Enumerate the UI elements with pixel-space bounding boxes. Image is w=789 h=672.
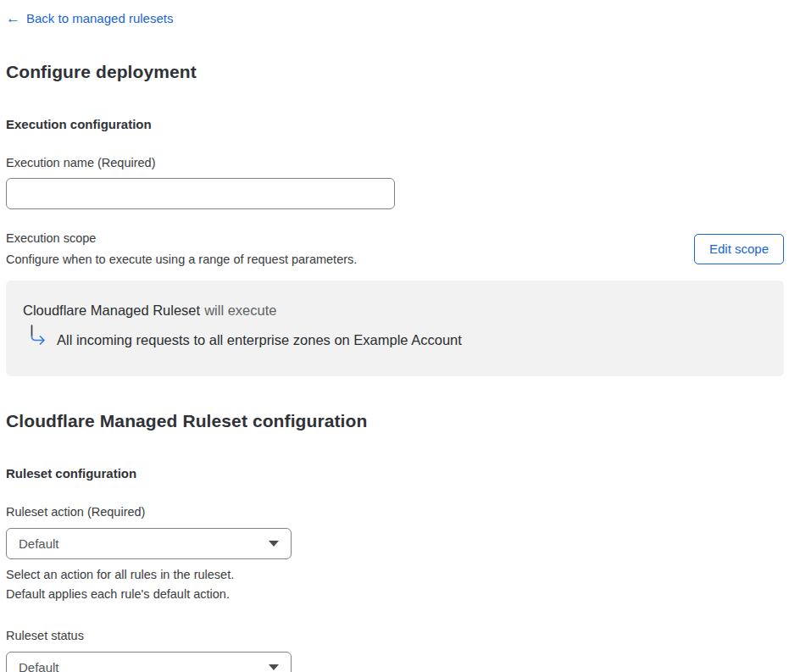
scope-summary-heading: Cloudflare Managed Rulesetwill execute <box>23 302 767 319</box>
scope-summary-detail: All incoming requests to all enterprise … <box>23 329 767 352</box>
return-arrow-icon <box>28 325 47 347</box>
back-arrow-icon: ← <box>6 11 20 26</box>
back-link[interactable]: ← Back to managed rulesets <box>6 10 173 27</box>
ruleset-action-help-line1: Select an action for all rules in the ru… <box>6 565 783 585</box>
ruleset-action-select[interactable]: Default <box>6 528 292 559</box>
execution-configuration-heading: Execution configuration <box>6 116 783 132</box>
execution-scope-text-block: Execution scope Configure when to execut… <box>6 230 357 267</box>
will-execute-text: will execute <box>204 303 276 318</box>
ruleset-status-label: Ruleset status <box>6 628 783 643</box>
execution-name-label: Execution name (Required) <box>6 155 783 170</box>
ruleset-status-value: Default <box>19 660 59 672</box>
ruleset-name-text: Cloudflare Managed Ruleset <box>23 303 200 318</box>
page-title: Configure deployment <box>6 61 783 83</box>
back-link-label: Back to managed rulesets <box>26 10 173 27</box>
execution-name-input[interactable] <box>6 178 395 209</box>
chevron-down-icon <box>269 541 279 547</box>
execution-scope-row: Execution scope Configure when to execut… <box>6 230 784 267</box>
execution-scope-label: Execution scope <box>6 230 357 246</box>
scope-summary-panel: Cloudflare Managed Rulesetwill execute A… <box>6 280 784 376</box>
configure-deployment-page: ← Back to managed rulesets Configure dep… <box>0 0 789 672</box>
ruleset-action-help-line2: Default applies each rule's default acti… <box>6 585 783 604</box>
execution-scope-description: Configure when to execute using a range … <box>6 252 357 267</box>
ruleset-action-label: Ruleset action (Required) <box>6 504 783 519</box>
scope-summary-text: All incoming requests to all enterprise … <box>57 331 462 349</box>
ruleset-action-help: Select an action for all rules in the ru… <box>6 565 783 604</box>
ruleset-status-select[interactable]: Default <box>6 652 292 672</box>
edit-scope-button[interactable]: Edit scope <box>694 234 784 264</box>
ruleset-configuration-title: Cloudflare Managed Ruleset configuration <box>6 410 783 432</box>
ruleset-action-value: Default <box>19 536 59 551</box>
chevron-down-icon <box>269 664 279 670</box>
ruleset-configuration-subheading: Ruleset configuration <box>6 465 783 481</box>
